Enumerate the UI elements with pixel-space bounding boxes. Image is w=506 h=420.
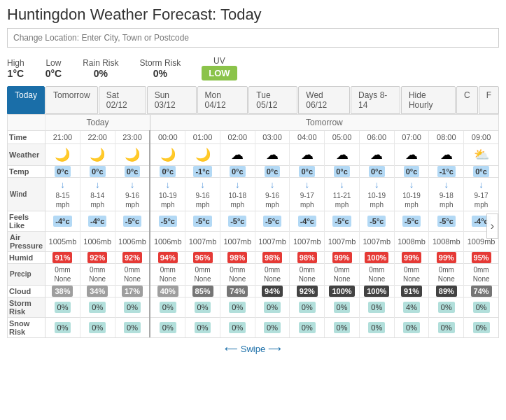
cloud-icon-2: ☁ <box>266 148 279 162</box>
snw-0900: 0% <box>464 317 498 337</box>
tab-mon[interactable]: Mon 04/12 <box>197 86 248 114</box>
wind-row: Wind ↓8-15mph ↓8-14mph ↓9-16mph ↓10-19mp… <box>8 178 498 211</box>
feels-0500: -5°c <box>325 211 360 231</box>
cld-0500: 100% <box>325 285 360 297</box>
time-0200: 02:00 <box>220 131 255 144</box>
feels-2300: -5°c <box>115 211 150 231</box>
tabs-bar: Today Tomorrow Sat 02/12 Sun 03/12 Mon 0… <box>0 86 506 114</box>
uv-label: UV <box>202 56 237 66</box>
snw-2300: 0% <box>115 317 150 337</box>
snow-risk-row: Snow Risk 0% 0% 0% 0% 0% 0% 0% 0% 0% 0% … <box>8 317 498 337</box>
temp-0100: -1°c <box>185 166 220 178</box>
tab-tue[interactable]: Tue 05/12 <box>248 86 297 114</box>
cld-0000: 40% <box>150 285 185 297</box>
weather-row: Weather 🌙 🌙 🌙 🌙 🌙 ☁ ☁ ☁ ☁ ☁ ☁ ☁ ⛅ <box>8 144 498 166</box>
cld-2100: 38% <box>45 285 80 297</box>
press-0800: 1008mb <box>429 231 464 251</box>
hum-0200: 98% <box>220 251 255 263</box>
wind-0900: ↓9-17mph <box>464 178 498 211</box>
wx-0900: ⛅ <box>464 144 498 166</box>
snw-0700: 0% <box>394 317 429 337</box>
temp-0300: 0°c <box>255 166 290 178</box>
summary-bar: High 1°C Low 0°C Rain Risk 0% Storm Risk… <box>0 53 506 86</box>
str-2200: 0% <box>80 297 115 317</box>
tab-fahrenheit[interactable]: F <box>479 86 499 114</box>
time-0700: 07:00 <box>394 131 429 144</box>
tab-days8-14[interactable]: Days 8-14 <box>351 86 400 114</box>
str-2300: 0% <box>115 297 150 317</box>
wind-0200: ↓10-18mph <box>220 178 255 211</box>
time-0300: 03:00 <box>255 131 290 144</box>
hum-0500: 99% <box>325 251 360 263</box>
feels-2200: -4°c <box>80 211 115 231</box>
hum-0900: 95% <box>464 251 498 263</box>
feels-0300: -5°c <box>255 211 290 231</box>
press-0600: 1007mb <box>359 231 394 251</box>
feels-label: Feels Like <box>8 211 45 231</box>
str-0400: 0% <box>290 297 325 317</box>
temp-0200: 0°c <box>220 166 255 178</box>
wind-0700: ↓10-19mph <box>394 178 429 211</box>
wind-2300: ↓9-16mph <box>115 178 150 211</box>
moon-icon-2: 🌙 <box>90 148 105 162</box>
cloud-row: Cloud 38% 34% 17% 40% 85% 74% 94% 92% 10… <box>8 285 498 297</box>
location-input[interactable] <box>7 28 499 48</box>
wx-0500: ☁ <box>325 144 360 166</box>
press-0400: 1007mb <box>290 231 325 251</box>
feels-0600: -5°c <box>359 211 394 231</box>
swipe-bar: ⟵ Swipe ⟶ <box>0 338 506 360</box>
temp-0800: -1°c <box>429 166 464 178</box>
tab-today[interactable]: Today <box>7 86 45 114</box>
prec-0600: 0mmNone <box>359 263 394 285</box>
period-header-row: Today Tomorrow <box>8 115 498 131</box>
tab-sun[interactable]: Sun 03/12 <box>147 86 197 114</box>
feels-0200: -5°c <box>220 211 255 231</box>
press-2200: 1006mb <box>80 231 115 251</box>
storm-label: Storm Risk <box>140 58 181 68</box>
low-value: 0°C <box>45 68 62 79</box>
str-2100: 0% <box>45 297 80 317</box>
next-button[interactable]: › <box>486 214 498 239</box>
press-0500: 1007mb <box>325 231 360 251</box>
cld-0700: 91% <box>394 285 429 297</box>
snw-2200: 0% <box>80 317 115 337</box>
tab-sat[interactable]: Sat 02/12 <box>99 86 146 114</box>
tab-celsius[interactable]: C <box>456 86 478 114</box>
snw-0300: 0% <box>255 317 290 337</box>
time-2300: 23:00 <box>115 131 150 144</box>
prec-0500: 0mmNone <box>325 263 360 285</box>
hum-0000: 94% <box>150 251 185 263</box>
time-0000: 00:00 <box>150 131 185 144</box>
wind-0500: ↓11-21mph <box>325 178 360 211</box>
str-0500: 0% <box>325 297 360 317</box>
hum-0400: 98% <box>290 251 325 263</box>
storm-summary: Storm Risk 0% <box>140 58 181 79</box>
wx-2100: 🌙 <box>45 144 80 166</box>
time-0400: 04:00 <box>290 131 325 144</box>
weather-table-container: Today Tomorrow Time 21:00 22:00 23:00 00… <box>7 114 499 338</box>
wx-2200: 🌙 <box>80 144 115 166</box>
prec-0900: 0mmNone <box>464 263 498 285</box>
str-0600: 0% <box>359 297 394 317</box>
wind-2100: ↓8-15mph <box>45 178 80 211</box>
cloud-icon-3: ☁ <box>301 148 314 162</box>
cloud-icon-7: ☁ <box>440 148 453 162</box>
temp-2300: 0°c <box>115 166 150 178</box>
wind-0300: ↓9-16mph <box>255 178 290 211</box>
snow-risk-label: Snow Risk <box>8 317 45 337</box>
storm-risk-label: Storm Risk <box>8 297 45 317</box>
tab-wed[interactable]: Wed 06/12 <box>298 86 350 114</box>
str-0800: 0% <box>429 297 464 317</box>
prec-0000: 0mmNone <box>150 263 185 285</box>
low-label: Low <box>45 58 62 68</box>
wind-0400: ↓9-17mph <box>290 178 325 211</box>
snw-0500: 0% <box>325 317 360 337</box>
moon-icon-3: 🌙 <box>125 148 140 162</box>
tab-hide-hourly[interactable]: Hide Hourly <box>401 86 456 114</box>
temp-2100: 0°c <box>45 166 80 178</box>
precip-row: Precip 0mmNone 0mmNone 0mmNone 0mmNone 0… <box>8 263 498 285</box>
wx-0600: ☁ <box>359 144 394 166</box>
tab-tomorrow[interactable]: Tomorrow <box>45 86 98 114</box>
feels-2100: -4°c <box>45 211 80 231</box>
feels-0800: -5°c <box>429 211 464 231</box>
